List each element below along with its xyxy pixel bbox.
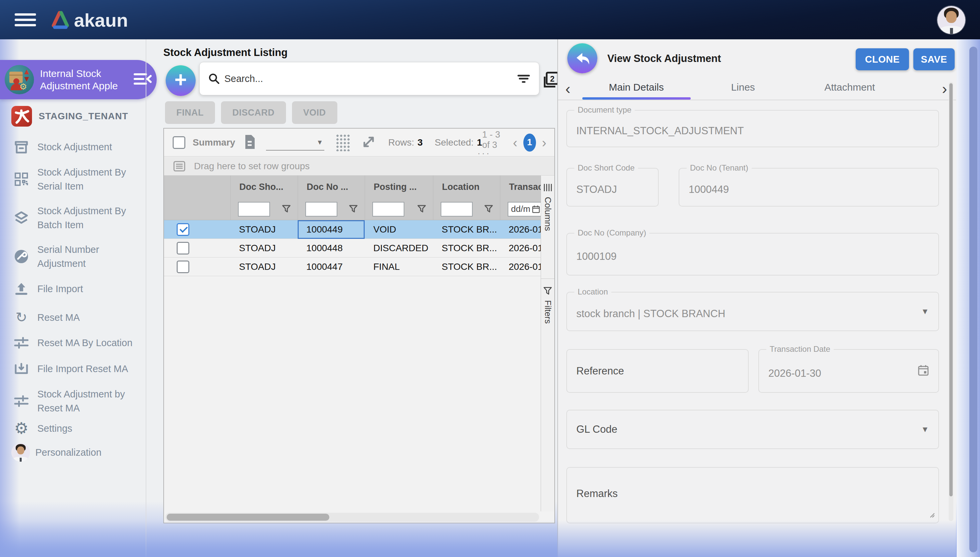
rows-value: 3 (417, 137, 423, 148)
filter-input[interactable] (305, 202, 338, 217)
tab-attachment[interactable]: Attachment (796, 75, 903, 99)
summary-checkbox[interactable] (173, 136, 185, 149)
discard-button[interactable]: DISCARD (221, 101, 286, 124)
column-header-doc-no[interactable]: Doc No ... (298, 176, 365, 198)
sidebar-item-tenant[interactable]: STAGING_TENANT (0, 106, 146, 127)
table-row[interactable]: STOADJ 1000449 VOID STOCK BR... 2026-01-… (164, 220, 554, 239)
clone-button[interactable]: CLONE (856, 48, 909, 70)
horizontal-scrollbar[interactable] (165, 513, 539, 522)
sidebar-item-label: Stock Adjustment By Batch Item (38, 204, 133, 232)
calendar-icon[interactable] (917, 364, 929, 378)
reference-field[interactable]: Reference (566, 349, 748, 393)
sidebar-item-reset-ma-by-location[interactable]: Reset MA By Location (0, 335, 146, 350)
grid-density-icon[interactable] (336, 134, 350, 151)
save-button[interactable]: SAVE (913, 48, 955, 70)
funnel-icon[interactable] (349, 204, 358, 215)
cell-doc-no[interactable]: 1000447 (298, 262, 365, 272)
filter-input[interactable] (372, 202, 404, 217)
sidebar-item-stock-adjustment[interactable]: Stock Adjustment (0, 139, 146, 155)
horizontal-scrollbar-thumb[interactable] (167, 514, 329, 521)
collapse-sidebar-icon[interactable] (133, 71, 153, 88)
cell-doc-no[interactable]: 1000449 (298, 220, 365, 239)
filter-input[interactable] (441, 202, 473, 217)
sidebar-item-stock-adjustment-by-reset-ma[interactable]: Stock Adjustment by Reset MA (0, 387, 146, 415)
transaction-date-field[interactable]: Transaction Date 2026-01-30 (758, 349, 939, 393)
row-group-dropzone[interactable]: Drag here to set row groups (164, 157, 554, 176)
expand-icon[interactable] (361, 134, 376, 151)
sidebar-item-personalization[interactable]: Personalization (0, 443, 146, 462)
row-checkbox[interactable] (177, 261, 189, 273)
module-pill[interactable]: ▲▼ ⚙ Internal Stock Adjustment Apple (0, 60, 157, 99)
filter-input[interactable] (238, 202, 270, 217)
page-scrollbar[interactable] (957, 39, 980, 557)
cell-doc-short[interactable]: STOADJ (230, 224, 298, 235)
filter-list-icon[interactable] (517, 73, 530, 84)
table-row[interactable]: STOADJ 1000448 DISCARDED STOCK BR... 202… (164, 239, 554, 257)
field-label: Location (574, 287, 611, 296)
current-page-badge[interactable]: 1 (523, 134, 536, 151)
page-scrollbar-thumb[interactable] (969, 47, 977, 552)
detail-tabs: ‹ Main Details Lines Attachment › (558, 75, 956, 100)
table-row[interactable]: STOADJ 1000447 FINAL STOCK BR... 2026-01… (164, 257, 554, 276)
cell-doc-short[interactable]: STOADJ (230, 262, 298, 272)
field-label: Transaction Date (766, 344, 834, 354)
cell-posting-status[interactable]: DISCARDED (365, 243, 433, 254)
table-toolbar: Summary Rows: 3 Selected: 1 1 - 3 of 3 ‹… (164, 129, 554, 156)
field-placeholder: Remarks (576, 488, 618, 500)
funnel-icon[interactable] (282, 204, 291, 215)
selected-label: Selected: (435, 137, 474, 148)
tab-lines[interactable]: Lines (690, 75, 796, 99)
cell-doc-short[interactable]: STOADJ (230, 243, 298, 254)
sidebar-item-settings[interactable]: ⚙ Settings (0, 420, 146, 436)
cell-doc-no[interactable]: 1000448 (298, 243, 365, 254)
next-page-icon[interactable]: › (542, 136, 546, 149)
location-dropdown[interactable]: Location stock branch | STOCK BRANCH ▼ (566, 292, 939, 331)
remarks-textarea[interactable]: Remarks (566, 467, 939, 523)
cell-location[interactable]: STOCK BR... (433, 262, 500, 272)
column-header-doc-short[interactable]: Doc Sho... (230, 176, 298, 198)
sidebar-item-serial-number-adjustment[interactable]: Serial Number Adjustment (0, 243, 146, 270)
field-value: stock branch | STOCK BRANCH (576, 308, 725, 320)
cell-location[interactable]: STOCK BR... (433, 243, 500, 254)
cell-location[interactable]: STOCK BR... (433, 224, 500, 235)
sidebar-item-reset-ma[interactable]: ↻ Reset MA (0, 311, 146, 324)
tabs-next-icon[interactable]: › (942, 80, 947, 98)
filters-tab-label: Filters (543, 300, 553, 324)
funnel-icon[interactable] (484, 204, 493, 215)
panel-scrollbar[interactable] (949, 82, 953, 521)
row-checkbox[interactable] (177, 242, 189, 254)
search-input[interactable] (224, 73, 517, 84)
void-button[interactable]: VOID (292, 101, 338, 124)
report-file-icon[interactable] (243, 134, 256, 151)
row-checkbox[interactable] (177, 223, 189, 236)
view-select-dropdown[interactable] (266, 135, 324, 151)
user-avatar[interactable] (938, 6, 965, 34)
panel-scrollbar-thumb[interactable] (949, 83, 953, 497)
cell-posting-status[interactable]: FINAL (365, 262, 433, 272)
tab-columns[interactable]: Columns (541, 176, 554, 279)
duplicate-view-icon[interactable]: 2 (543, 71, 559, 88)
final-button[interactable]: FINAL (165, 101, 215, 124)
field-label: Doc No (Company) (574, 228, 649, 238)
cell-posting-status[interactable]: VOID (365, 224, 433, 235)
sidebar-item-file-import-reset-ma[interactable]: File Import Reset MA (0, 361, 146, 376)
tab-filters[interactable]: Filters (541, 279, 554, 324)
resize-handle-icon[interactable] (928, 511, 935, 520)
tabs-prev-icon[interactable]: ‹ (565, 80, 570, 98)
gl-code-dropdown[interactable]: GL Code ▼ (566, 410, 939, 449)
sidebar-item-stock-adjustment-serial[interactable]: Stock Adjustment By Serial Item (0, 165, 146, 193)
avatar-face (946, 11, 957, 23)
funnel-icon[interactable] (417, 204, 426, 215)
add-record-button[interactable]: + (166, 65, 196, 96)
sidebar-item-file-import[interactable]: File Import (0, 281, 146, 296)
prev-page-icon[interactable]: ‹ (513, 136, 517, 149)
hamburger-menu-icon[interactable] (15, 13, 36, 27)
column-header-posting[interactable]: Posting ... (365, 176, 433, 198)
sidebar-item-stock-adjustment-batch[interactable]: Stock Adjustment By Batch Item (0, 204, 146, 232)
doc-no-tenant-field: Doc No (Tenant) 1000449 (679, 168, 939, 207)
back-button[interactable] (567, 43, 597, 73)
upload-icon (11, 281, 32, 296)
column-header-location[interactable]: Location (433, 176, 500, 198)
table-filter-row: dd/m (164, 198, 554, 220)
tab-main-details[interactable]: Main Details (583, 75, 690, 99)
